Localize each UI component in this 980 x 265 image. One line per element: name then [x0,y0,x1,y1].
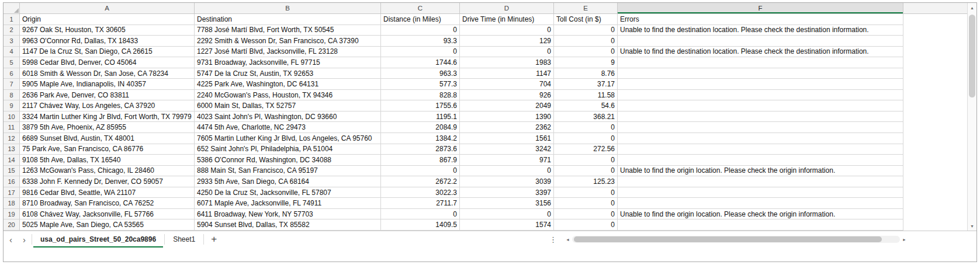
cell-F3[interactable] [618,36,903,47]
row-number-19[interactable]: 19 [4,209,20,220]
cell-A3[interactable]: 9963 O'Connor Rd, Dallas, TX 18433 [20,36,195,47]
cell-C9[interactable]: 1755.6 [381,100,460,111]
cell-A18[interactable]: 8710 Broadway, San Francisco, CA 76252 [20,198,195,209]
column-header-F[interactable]: F [618,3,903,14]
cell-E3[interactable]: 0 [554,36,618,47]
cell-B6[interactable]: 5747 De la Cruz St, Austin, TX 92653 [195,68,381,79]
cell-F16[interactable] [618,176,903,187]
cell-E10[interactable]: 368.21 [554,111,618,123]
column-header-E[interactable]: E [554,3,618,14]
column-header-B[interactable]: B [195,3,381,14]
row-number-3[interactable]: 3 [4,36,20,47]
cell-E13[interactable]: 272.56 [554,144,618,155]
cell-E15[interactable]: 0 [554,166,618,177]
cell-B2[interactable]: 7788 José Martí Blvd, Fort Worth, TX 505… [195,25,381,36]
cell-D20[interactable]: 1574 [460,219,554,231]
cell-F14[interactable] [618,155,903,166]
row-number-5[interactable]: 5 [4,57,20,68]
cell-D5[interactable]: 1983 [460,57,554,68]
cell-A7[interactable]: 5905 Maple Ave, Indianapolis, IN 40357 [20,79,195,90]
cell-A6[interactable]: 6018 Smith & Wesson Dr, San Jose, CA 782… [20,68,195,79]
cell-B18[interactable]: 6071 Maple Ave, Jacksonville, FL 74911 [195,198,381,209]
cell-D3[interactable]: 129 [460,36,554,47]
cell-D13[interactable]: 3242 [460,144,554,155]
cell-C15[interactable]: 0 [381,166,460,177]
cell-B14[interactable]: 5386 O'Connor Rd, Washington, DC 34088 [195,155,381,166]
cell-F5[interactable] [618,57,903,68]
cell-D11[interactable]: 2362 [460,122,554,133]
cell-F9[interactable] [618,100,903,111]
row-number-12[interactable]: 12 [4,133,20,144]
cell-F6[interactable] [618,68,903,79]
cell-B15[interactable]: 888 Main St, San Francisco, CA 95197 [195,166,381,177]
cell-F11[interactable] [618,122,903,133]
cell-D16[interactable]: 3039 [460,176,554,187]
row-number-20[interactable]: 20 [4,219,20,231]
column-header-C[interactable]: C [381,3,460,14]
cell-B17[interactable]: 4250 De la Cruz St, Jacksonville, FL 578… [195,187,381,198]
kebab-menu-icon[interactable]: ⋮ [544,231,562,247]
cell-C6[interactable]: 963.3 [381,68,460,79]
cell-C7[interactable]: 577.3 [381,79,460,90]
cell-F19[interactable]: Unable to find the origin location. Plea… [618,209,903,220]
cell-D14[interactable]: 971 [460,155,554,166]
cell-B5[interactable]: 9731 Broadway, Jacksonville, FL 97715 [195,57,381,68]
cell-D15[interactable]: 0 [460,166,554,177]
cell-C11[interactable]: 2084.9 [381,122,460,133]
cell-A15[interactable]: 1263 McGowan's Pass, Chicago, IL 28460 [20,166,195,177]
cell-B20[interactable]: 5904 Sunset Blvd, Dallas, TX 85582 [195,219,381,231]
cell-C19[interactable]: 0 [381,209,460,220]
cell-F8[interactable] [618,90,903,101]
cell-D6[interactable]: 1147 [460,68,554,79]
row-number-2[interactable]: 2 [4,25,20,36]
cell-C12[interactable]: 1384.2 [381,133,460,144]
cell-C18[interactable]: 2711.7 [381,198,460,209]
scroll-right-icon[interactable]: ► [900,238,909,242]
cell-A5[interactable]: 5998 Cedar Blvd, Denver, CO 45064 [20,57,195,68]
cell-D2[interactable]: 0 [460,25,554,36]
tab-nav-left-icon[interactable]: ‹ [9,235,12,244]
scroll-up-icon[interactable]: ▲ [968,4,976,12]
column-header-D[interactable]: D [460,3,554,14]
vertical-scroll-thumb[interactable] [969,15,975,97]
cell-A16[interactable]: 6338 John F. Kennedy Dr, Denver, CO 5905… [20,176,195,187]
cell-B10[interactable]: 4023 Saint John's Pl, Washington, DC 936… [195,111,381,123]
cell-F18[interactable] [618,198,903,209]
cell-E7[interactable]: 37.17 [554,79,618,90]
cell-A10[interactable]: 3324 Martin Luther King Jr Blvd, Fort Wo… [20,111,195,123]
cell-B8[interactable]: 2240 McGowan's Pass, Houston, TX 94346 [195,90,381,101]
cell-E16[interactable]: 125.23 [554,176,618,187]
cell-F17[interactable] [618,187,903,198]
row-number-17[interactable]: 17 [4,187,20,198]
cell-B16[interactable]: 2933 5th Ave, San Diego, CA 68164 [195,176,381,187]
row-number-9[interactable]: 9 [4,100,20,111]
cell-E11[interactable]: 0 [554,122,618,133]
cell-E4[interactable]: 0 [554,47,618,58]
vertical-scrollbar[interactable]: ▲ ▼ [967,3,976,231]
row-number-7[interactable]: 7 [4,79,20,90]
cell-D9[interactable]: 2049 [460,100,554,111]
cell-A11[interactable]: 3879 5th Ave, Phoenix, AZ 85955 [20,122,195,133]
cell-A12[interactable]: 6689 Sunset Blvd, Austin, TX 48001 [20,133,195,144]
cell-A4[interactable]: 1147 De la Cruz St, San Diego, CA 26615 [20,47,195,58]
cell-A2[interactable]: 9267 Oak St, Houston, TX 30605 [20,25,195,36]
cell-F12[interactable] [618,133,903,144]
column-header-A[interactable]: A [20,3,195,14]
cell-E9[interactable]: 54.6 [554,100,618,111]
cell-A19[interactable]: 6108 Chávez Way, Jacksonville, FL 57766 [20,209,195,220]
cell-A14[interactable]: 9108 5th Ave, Dallas, TX 16540 [20,155,195,166]
cell-A17[interactable]: 9816 Cedar Blvd, Seattle, WA 21107 [20,187,195,198]
cell-B3[interactable]: 2292 Smith & Wesson Dr, San Francisco, C… [195,36,381,47]
cell-F10[interactable] [618,111,903,123]
vertical-scroll-track[interactable] [968,12,976,222]
row-number-11[interactable]: 11 [4,122,20,133]
cell-D19[interactable]: 0 [460,209,554,220]
select-all-corner[interactable] [4,3,20,14]
cell-F15[interactable]: Unable to find the origin location. Plea… [618,166,903,177]
cell-E2[interactable]: 0 [554,25,618,36]
scroll-left-icon[interactable]: ◄ [563,238,572,242]
cell-A8[interactable]: 2636 Park Ave, Denver, CO 83811 [20,90,195,101]
cell-D8[interactable]: 926 [460,90,554,101]
add-sheet-button[interactable]: + [204,231,224,247]
cell-D4[interactable]: 0 [460,47,554,58]
